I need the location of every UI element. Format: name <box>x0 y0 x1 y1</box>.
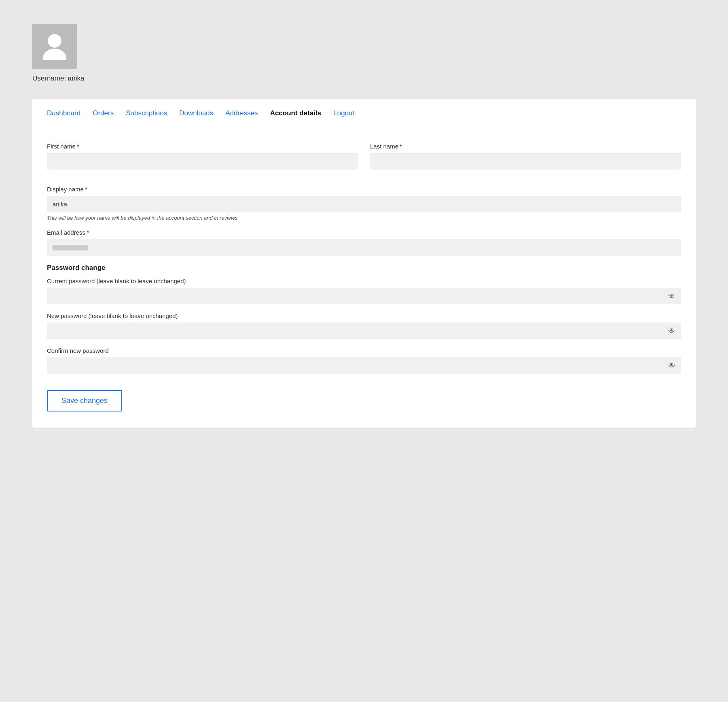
new-password-toggle-icon[interactable]: 👁 <box>668 327 675 335</box>
confirm-password-input[interactable] <box>47 357 681 374</box>
display-name-input[interactable] <box>47 196 681 212</box>
display-name-hint: This will be how your name will be displ… <box>47 215 681 221</box>
name-row: First name * Last name * <box>47 143 681 178</box>
tab-account-details[interactable]: Account details <box>270 109 322 117</box>
confirm-password-wrapper: 👁 <box>47 357 681 374</box>
new-password-group: New password (leave blank to leave uncha… <box>47 312 681 339</box>
profile-section: Username: anika <box>32 24 696 83</box>
tab-logout[interactable]: Logout <box>333 109 354 117</box>
username-display: Username: anika <box>32 74 696 83</box>
tab-subscriptions[interactable]: Subscriptions <box>126 109 167 117</box>
first-name-required: * <box>77 143 79 150</box>
email-label: Email address * <box>47 229 681 236</box>
last-name-input[interactable] <box>370 153 681 170</box>
current-password-wrapper: 👁 <box>47 288 681 304</box>
current-password-toggle-icon[interactable]: 👁 <box>668 292 675 300</box>
new-password-label: New password (leave blank to leave uncha… <box>47 312 681 319</box>
save-changes-button[interactable]: Save changes <box>47 390 122 411</box>
new-password-input[interactable] <box>47 322 681 339</box>
current-password-label: Current password (leave blank to leave u… <box>47 278 681 284</box>
confirm-password-label: Confirm new password <box>47 347 681 354</box>
last-name-label: Last name * <box>370 143 681 150</box>
user-avatar-icon <box>42 32 67 62</box>
email-required: * <box>87 229 89 236</box>
tab-addresses[interactable]: Addresses <box>225 109 258 117</box>
first-name-label: First name * <box>47 143 358 150</box>
confirm-password-toggle-icon[interactable]: 👁 <box>668 361 675 370</box>
current-password-input[interactable] <box>47 288 681 304</box>
display-name-required: * <box>85 186 87 193</box>
first-name-group: First name * <box>47 143 358 170</box>
account-form: First name * Last name * Display name * … <box>32 128 696 428</box>
password-section-heading: Password change <box>47 264 681 272</box>
display-name-group: Display name * This will be how your nam… <box>47 186 681 221</box>
confirm-password-group: Confirm new password 👁 <box>47 347 681 374</box>
display-name-label: Display name * <box>47 186 681 193</box>
new-password-wrapper: 👁 <box>47 322 681 339</box>
tab-downloads[interactable]: Downloads <box>179 109 213 117</box>
current-password-group: Current password (leave blank to leave u… <box>47 278 681 304</box>
svg-point-1 <box>43 49 66 60</box>
email-input[interactable] <box>47 239 681 256</box>
main-card: Dashboard Orders Subscriptions Downloads… <box>32 99 696 428</box>
tab-dashboard[interactable]: Dashboard <box>47 109 80 117</box>
account-nav: Dashboard Orders Subscriptions Downloads… <box>32 99 696 128</box>
tab-orders[interactable]: Orders <box>93 109 114 117</box>
svg-point-0 <box>48 34 61 48</box>
last-name-group: Last name * <box>370 143 681 170</box>
email-group: Email address * <box>47 229 681 256</box>
avatar <box>32 24 77 69</box>
last-name-required: * <box>400 143 402 150</box>
first-name-input[interactable] <box>47 153 358 170</box>
